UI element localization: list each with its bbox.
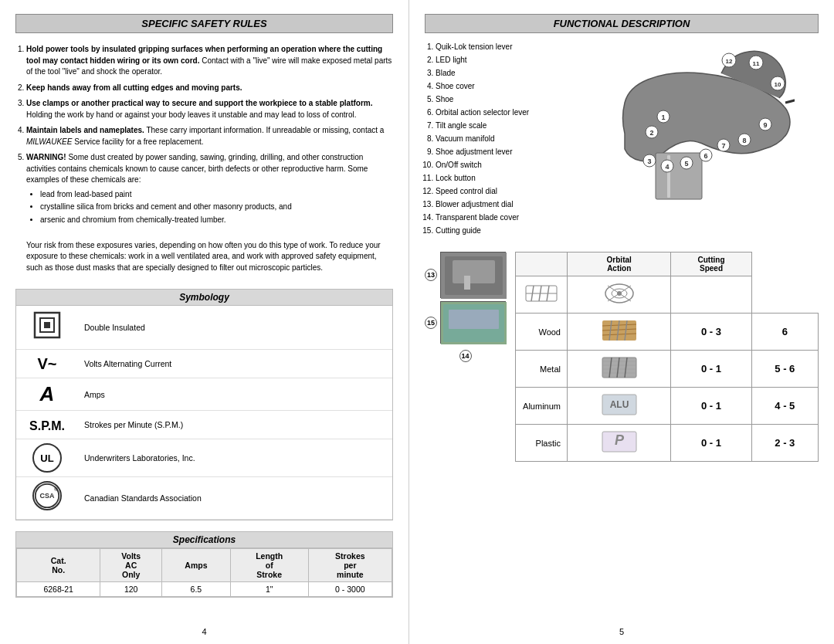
svg-text:1: 1 — [661, 114, 665, 121]
specs-amps-value: 6.5 — [162, 582, 231, 597]
svg-text:CSA: CSA — [40, 492, 55, 500]
cutting-row-plastic: Plastic P 0 - 1 2 - 3 — [516, 425, 819, 462]
plastic-orbital-value: 0 - 1 — [671, 425, 751, 462]
specifications-section: Specifications Cat.No. VoltsACOnly Amps … — [15, 531, 393, 598]
svg-text:11: 11 — [753, 60, 760, 67]
functional-content: Quik-Lok tension lever LED light Blade S… — [425, 41, 819, 238]
plastic-label: Plastic — [516, 425, 568, 462]
specs-col-volts: VoltsACOnly — [100, 549, 162, 582]
part-14: Transparent blade cover — [436, 212, 548, 224]
safety-rules-header: SPECIFIC SAFETY RULES — [15, 14, 393, 33]
specs-cat-value: 6268-21 — [17, 582, 100, 597]
svg-text:5: 5 — [684, 160, 688, 168]
chemical-item-1: lead from lead-based paint — [40, 189, 393, 201]
part-3: Blade — [436, 67, 548, 80]
specs-spm-value: 0 - 3000 — [308, 582, 392, 597]
csa-icon: CSA ® — [32, 481, 62, 510]
wood-label: Wood — [516, 314, 568, 351]
svg-rect-34 — [453, 260, 495, 283]
header-blade-icon — [516, 276, 568, 314]
svg-text:10: 10 — [775, 81, 781, 88]
aluminum-label: Aluminum — [516, 388, 568, 425]
metal-orbital-value: 0 - 1 — [671, 351, 751, 388]
symbol-ul: UL Underwriters Laboratories, Inc. — [16, 439, 392, 477]
svg-rect-38 — [449, 310, 499, 329]
part-2: LED light — [436, 54, 548, 66]
photo-box-15 — [440, 301, 506, 344]
metal-icon-cell — [568, 351, 671, 388]
parts-list: Quik-Lok tension lever LED light Blade S… — [425, 41, 548, 238]
specs-col-stroke: LengthofStroke — [230, 549, 308, 582]
wood-speed-value: 6 — [751, 314, 818, 351]
spm-label: Strokes per Minute (S.P.M.) — [78, 411, 392, 439]
jigsaw-diagram: 1 2 3 4 5 6 — [554, 41, 819, 238]
chemical-item-2: crystalline silica from bricks and cemen… — [40, 202, 393, 213]
wood-orbital-value: 0 - 3 — [671, 314, 751, 351]
ul-icon: UL — [32, 443, 62, 473]
metal-speed-value: 5 - 6 — [751, 351, 818, 388]
metal-label: Metal — [516, 351, 568, 388]
symbol-csa: CSA ® Canadian Standards Association — [16, 477, 392, 520]
amp-label: Amps — [78, 378, 392, 411]
cutting-col-speed: CuttingSpeed — [671, 253, 751, 276]
part-11: Lock button — [436, 172, 548, 185]
safety-rules-content: Hold power tools by insulated gripping s… — [15, 44, 393, 278]
cutting-row-wood: Wood — [516, 314, 819, 351]
page: SPECIFIC SAFETY RULES Hold power tools b… — [0, 0, 834, 644]
part-5: Shoe — [436, 93, 548, 106]
svg-text:7: 7 — [721, 142, 725, 150]
double-insulated-label: Double Insulated — [78, 306, 392, 350]
symbol-volt: V~ Volts Alternating Current — [16, 350, 392, 378]
symbol-amp: A Amps — [16, 378, 392, 411]
label-13: 13 — [425, 269, 437, 281]
cutting-col-icon — [516, 253, 568, 276]
ul-label: Underwriters Laboratories, Inc. — [78, 439, 392, 477]
csa-label: Canadian Standards Association — [78, 477, 392, 520]
plastic-icon-cell: P — [568, 425, 671, 462]
jigsaw-svg: 1 2 3 4 5 6 — [578, 41, 795, 219]
aluminum-orbital-value: 0 - 1 — [671, 388, 751, 425]
photo-box-13 — [440, 252, 506, 298]
chemical-item-3: arsenic and chromium from chemically-tre… — [40, 215, 393, 226]
cutting-table: OrbitalAction CuttingSpeed — [515, 252, 819, 462]
part-9: Shoe adjustment lever — [436, 146, 548, 158]
double-insulated-icon — [32, 310, 63, 341]
svg-text:8: 8 — [742, 137, 746, 144]
symbology-section: Symbology Double Insulated — [15, 289, 393, 520]
plastic-speed-value: 2 - 3 — [751, 425, 818, 462]
specs-volts-value: 120 — [100, 582, 162, 597]
svg-rect-6 — [656, 153, 702, 199]
part-8: Vacuum manifold — [436, 133, 548, 145]
specs-col-cat: Cat.No. — [17, 549, 100, 582]
symbol-double-insulated: Double Insulated — [16, 306, 392, 350]
part-6: Orbital action selector lever — [436, 107, 548, 119]
header-orbital-icon — [568, 276, 671, 314]
specs-col-spm: Strokesperminute — [308, 549, 392, 582]
specs-table: Cat.No. VoltsACOnly Amps LengthofStroke … — [16, 548, 392, 597]
cutting-photos: 13 15 — [425, 252, 506, 362]
left-panel: SPECIFIC SAFETY RULES Hold power tools b… — [0, 0, 409, 644]
aluminum-icon-cell: ALU — [568, 388, 671, 425]
safety-rule-3: Use clamps or another practical way to s… — [26, 98, 393, 120]
svg-rect-35 — [464, 276, 470, 290]
label-15: 15 — [425, 317, 437, 329]
label-14: 14 — [459, 350, 472, 362]
svg-text:3: 3 — [647, 158, 651, 165]
svg-text:2: 2 — [649, 129, 653, 137]
cutting-guide-section: 13 15 — [425, 252, 819, 462]
aluminum-speed-value: 4 - 5 — [751, 388, 818, 425]
safety-rule-4: Maintain labels and nameplates. These ca… — [26, 125, 393, 147]
amp-icon: A — [40, 382, 55, 405]
functional-header: FUNCTIONAL DESCRIPTION — [425, 14, 819, 33]
cutting-row-aluminum: Aluminum ALU 0 - 1 4 - 5 — [516, 388, 819, 425]
part-4: Shoe cover — [436, 80, 548, 93]
volt-label: Volts Alternating Current — [78, 350, 392, 378]
cutting-guide-table-wrapper: OrbitalAction CuttingSpeed — [515, 252, 819, 462]
specs-stroke-value: 1" — [230, 582, 308, 597]
spm-icon: S.P.M. — [29, 419, 65, 432]
cutting-col-orbital: OrbitalAction — [568, 253, 671, 276]
svg-text:®: ® — [54, 486, 58, 492]
part-7: Tilt angle scale — [436, 120, 548, 132]
specs-col-amps: Amps — [162, 549, 231, 582]
left-page-number: 4 — [15, 622, 393, 636]
